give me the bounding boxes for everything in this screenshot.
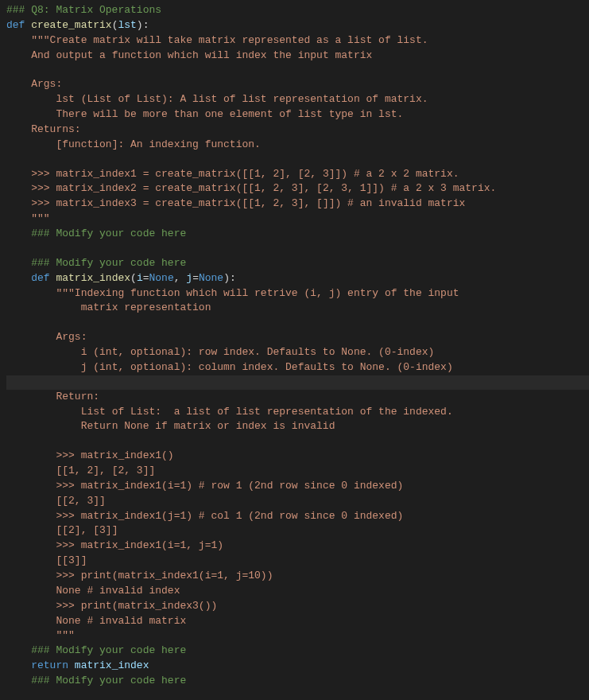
code-token: [[3]] xyxy=(56,554,87,566)
code-line[interactable]: >>> print(matrix_index1(i=1, j=10)) xyxy=(6,569,589,584)
code-line[interactable] xyxy=(6,375,589,390)
code-token: i (int, optional): row index. Defaults t… xyxy=(81,346,435,358)
code-editor[interactable]: ### Q8: Matrix Operationsdef create_matr… xyxy=(0,0,589,692)
code-token: ### Modify your code here xyxy=(31,257,186,269)
code-token: >>> matrix_index2 = create_matrix([[1, 2… xyxy=(31,182,496,194)
code-line[interactable]: >>> matrix_index1(j=1) # col 1 (2nd row … xyxy=(6,509,589,524)
code-token: def xyxy=(6,19,31,31)
code-line[interactable]: def create_matrix(lst): xyxy=(6,18,589,33)
code-line[interactable]: ### Modify your code here xyxy=(6,227,589,242)
code-line[interactable]: And output a function which will index t… xyxy=(6,49,589,64)
code-line[interactable]: [[2], [3]] xyxy=(6,523,589,539)
code-token: There will be more than one element of l… xyxy=(56,108,403,120)
code-line[interactable] xyxy=(6,153,589,167)
code-line[interactable]: j (int, optional): column index. Default… xyxy=(6,360,589,375)
code-token: ### Modify your code here xyxy=(31,675,186,686)
code-line[interactable]: """Indexing function which will retrive … xyxy=(6,286,589,301)
code-line[interactable]: >>> matrix_index3 = create_matrix([[1, 2… xyxy=(6,196,589,212)
code-token: matrix_index xyxy=(75,659,149,671)
code-line[interactable] xyxy=(6,242,589,256)
code-line[interactable] xyxy=(6,316,589,330)
code-line[interactable]: return matrix_index xyxy=(6,659,589,674)
code-token: >>> matrix_index3 = create_matrix([[1, 2… xyxy=(31,197,465,209)
code-token: i xyxy=(137,272,143,284)
code-token: j xyxy=(186,272,192,284)
code-line[interactable]: def matrix_index(i=None, j=None): xyxy=(6,271,589,286)
code-token: ### Q8: Matrix Operations xyxy=(6,4,161,16)
code-line[interactable]: Args: xyxy=(6,77,589,92)
code-token: = xyxy=(143,272,149,284)
code-line[interactable]: >>> matrix_index1(i=1) # row 1 (2nd row … xyxy=(6,479,589,494)
code-token: [[1, 2], [2, 3]] xyxy=(56,465,155,476)
code-line[interactable]: ### Modify your code here xyxy=(6,256,589,271)
code-line[interactable]: >>> matrix_index1() xyxy=(6,449,589,464)
code-line[interactable]: [[3]] xyxy=(6,554,589,569)
code-token: Return: xyxy=(56,391,99,402)
code-token: , xyxy=(174,272,187,284)
code-line[interactable]: Return None if matrix or index is invali… xyxy=(6,419,589,434)
code-token: >>> matrix_index1 = create_matrix([[1, 2… xyxy=(31,168,459,180)
code-token: """Indexing function which will retrive … xyxy=(56,287,459,299)
code-line[interactable]: >>> matrix_index1(i=1, j=1) xyxy=(6,539,589,554)
code-line[interactable]: ### Q8: Matrix Operations xyxy=(6,3,589,18)
code-line[interactable]: """Create matrix will take matrix repres… xyxy=(6,33,589,49)
code-line[interactable]: >>> matrix_index2 = create_matrix([[1, 2… xyxy=(6,181,589,196)
code-token: None # invalid matrix xyxy=(56,615,186,627)
code-token: matrix_index xyxy=(56,272,130,284)
code-line[interactable]: ### Modify your code here xyxy=(6,674,589,689)
code-token: [[2, 3]] xyxy=(56,495,105,507)
code-line[interactable] xyxy=(6,63,589,77)
code-token: def xyxy=(31,272,56,284)
code-token: lst (List of List): A list of list repre… xyxy=(56,93,428,105)
code-token: lst xyxy=(118,19,136,31)
code-line[interactable]: Return: xyxy=(6,390,589,405)
code-line[interactable]: There will be more than one element of l… xyxy=(6,107,589,122)
code-token: ### Modify your code here xyxy=(31,228,186,239)
code-token: = xyxy=(192,272,199,284)
code-token: ): xyxy=(223,272,236,284)
code-token: ): xyxy=(137,19,149,31)
code-token: Returns: xyxy=(31,123,80,135)
code-line[interactable]: """ xyxy=(6,212,589,227)
code-token: return xyxy=(31,659,75,671)
code-token: >>> matrix_index1() xyxy=(56,449,173,461)
code-line[interactable]: i (int, optional): row index. Defaults t… xyxy=(6,345,589,360)
code-line[interactable]: Args: xyxy=(6,330,589,345)
code-token: matrix representation xyxy=(81,301,211,313)
code-token: """ xyxy=(56,629,74,641)
code-line[interactable]: None # invalid index xyxy=(6,584,589,599)
code-line[interactable]: [[1, 2], [2, 3]] xyxy=(6,464,589,479)
code-token: >>> matrix_index1(j=1) # col 1 (2nd row … xyxy=(56,510,403,522)
code-token: >>> print(matrix_index1(i=1, j=10)) xyxy=(56,570,273,581)
code-token: Return None if matrix or index is invali… xyxy=(81,420,335,432)
code-line[interactable]: None # invalid matrix xyxy=(6,614,589,629)
code-token: >>> matrix_index1(i=1) # row 1 (2nd row … xyxy=(56,480,403,492)
code-token: [[2], [3]] xyxy=(56,524,118,536)
code-token: [function]: An indexing function. xyxy=(56,138,260,150)
code-token: List of List: a list of list representat… xyxy=(81,406,453,418)
code-token: """Create matrix will take matrix repres… xyxy=(31,34,428,46)
code-token: None xyxy=(149,272,174,284)
code-token: None xyxy=(199,272,223,284)
code-token: ### Modify your code here xyxy=(31,644,186,656)
code-token: And output a function which will index t… xyxy=(31,49,372,61)
code-token: None # invalid index xyxy=(56,585,180,597)
code-token: Args: xyxy=(31,78,62,90)
code-token: >>> print(matrix_index3()) xyxy=(56,600,217,612)
code-token: Args: xyxy=(56,331,87,343)
code-token: >>> matrix_index1(i=1, j=1) xyxy=(56,539,223,551)
code-token: j (int, optional): column index. Default… xyxy=(81,361,453,373)
code-line[interactable]: lst (List of List): A list of list repre… xyxy=(6,92,589,107)
code-token: create_matrix xyxy=(31,19,111,31)
code-line[interactable]: List of List: a list of list representat… xyxy=(6,405,589,420)
code-line[interactable]: >>> print(matrix_index3()) xyxy=(6,599,589,614)
code-line[interactable]: [[2, 3]] xyxy=(6,494,589,509)
code-line[interactable]: >>> matrix_index1 = create_matrix([[1, 2… xyxy=(6,167,589,182)
code-line[interactable]: matrix representation xyxy=(6,301,589,316)
code-line[interactable]: [function]: An indexing function. xyxy=(6,138,589,153)
code-line[interactable]: Returns: xyxy=(6,122,589,138)
code-token: """ xyxy=(31,212,49,224)
code-line[interactable] xyxy=(6,434,589,449)
code-line[interactable]: """ xyxy=(6,628,589,644)
code-line[interactable]: ### Modify your code here xyxy=(6,644,589,659)
